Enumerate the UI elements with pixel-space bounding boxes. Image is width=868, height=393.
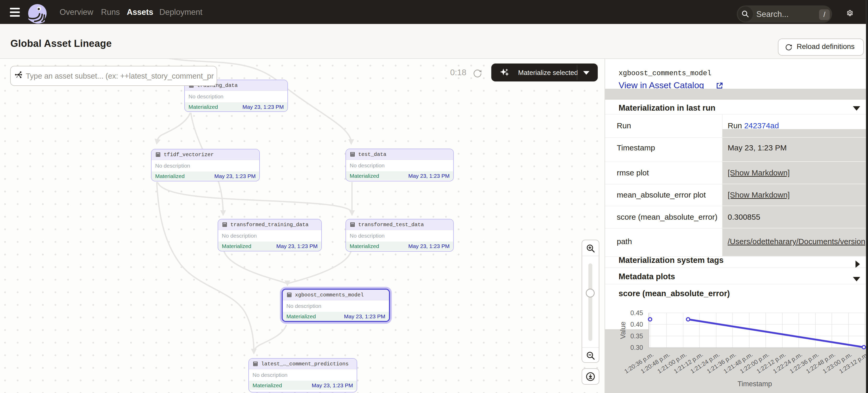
svg-text:0.35: 0.35 — [630, 332, 643, 340]
svg-text:0.45: 0.45 — [630, 309, 643, 317]
svg-text:Value: Value — [619, 321, 627, 339]
svg-text:0.40: 0.40 — [630, 321, 643, 328]
svg-text:Timestamp: Timestamp — [738, 380, 772, 388]
svg-text:0.30: 0.30 — [630, 344, 643, 351]
